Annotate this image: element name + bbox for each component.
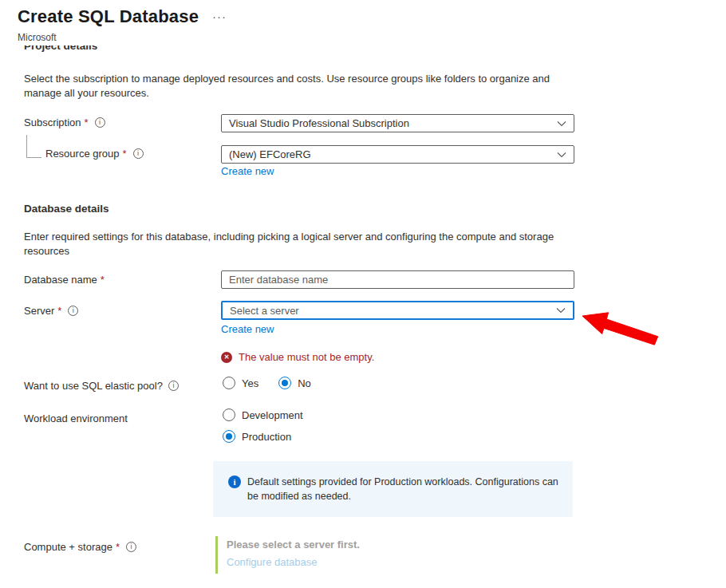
info-icon[interactable]: i bbox=[168, 381, 179, 391]
info-icon[interactable]: i bbox=[68, 306, 78, 316]
server-label-row: Server * i bbox=[24, 305, 78, 317]
radio-production-label[interactable]: Production bbox=[242, 431, 291, 443]
publisher-label: Microsoft bbox=[18, 32, 57, 43]
workload-environment-label-row: Workload environment bbox=[24, 412, 128, 424]
info-icon[interactable]: i bbox=[126, 542, 136, 552]
subscription-label-row: Subscription * i bbox=[24, 116, 105, 128]
production-info-box: i Default settings provided for Producti… bbox=[213, 461, 573, 517]
radio-development-label[interactable]: Development bbox=[242, 409, 303, 421]
required-asterisk: * bbox=[101, 274, 105, 286]
database-details-heading: Database details bbox=[24, 203, 109, 215]
configure-database-link[interactable]: Configure database bbox=[227, 556, 317, 568]
resource-group-value: (New) EFCoreRG bbox=[229, 148, 311, 160]
radio-no-label[interactable]: No bbox=[298, 377, 311, 389]
server-validation-error: ✕ The value must not be empty. bbox=[221, 351, 374, 363]
radio-production[interactable] bbox=[223, 430, 235, 443]
red-pointer-arrow bbox=[580, 306, 661, 346]
radio-yes[interactable] bbox=[223, 377, 235, 389]
radio-no[interactable] bbox=[278, 377, 291, 389]
workload-radio-production: Production bbox=[223, 430, 291, 443]
error-icon: ✕ bbox=[221, 352, 232, 363]
subscription-value: Visual Studio Professional Subscription bbox=[229, 117, 409, 129]
info-icon[interactable]: i bbox=[95, 117, 105, 128]
subscription-label: Subscription bbox=[24, 116, 81, 128]
resource-group-create-new-link[interactable]: Create new bbox=[221, 165, 274, 177]
chevron-down-icon bbox=[556, 307, 566, 314]
chevron-down-icon bbox=[557, 120, 566, 127]
info-filled-icon: i bbox=[228, 476, 241, 488]
required-asterisk: * bbox=[123, 148, 127, 160]
child-field-connector bbox=[26, 135, 41, 158]
compute-storage-label-row: Compute + storage * i bbox=[24, 541, 136, 553]
info-icon[interactable]: i bbox=[133, 148, 144, 159]
info-box-text: Default settings provided for Production… bbox=[247, 475, 560, 503]
radio-development[interactable] bbox=[223, 408, 235, 421]
required-asterisk: * bbox=[85, 116, 89, 128]
database-details-description: Enter required settings for this databas… bbox=[24, 230, 560, 258]
project-details-heading: Project details bbox=[24, 45, 97, 52]
resource-group-label-row: Resource group * i bbox=[45, 148, 144, 160]
server-label: Server bbox=[24, 305, 54, 317]
required-asterisk: * bbox=[57, 305, 61, 317]
elastic-pool-radio-group: Yes No bbox=[223, 377, 311, 389]
compute-storage-label: Compute + storage bbox=[24, 541, 112, 553]
radio-yes-label[interactable]: Yes bbox=[242, 377, 258, 389]
workload-environment-label: Workload environment bbox=[24, 412, 128, 424]
resource-group-dropdown[interactable]: (New) EFCoreRG bbox=[221, 145, 574, 164]
required-asterisk: * bbox=[116, 541, 120, 553]
project-details-description: Select the subscription to manage deploy… bbox=[24, 72, 552, 101]
server-dropdown[interactable]: Select a server bbox=[221, 301, 574, 320]
form-content: Project details Select the subscription … bbox=[0, 45, 726, 588]
more-options-icon[interactable]: ··· bbox=[212, 10, 227, 23]
database-name-label-row: Database name * bbox=[24, 274, 105, 286]
resource-group-label: Resource group bbox=[45, 148, 120, 160]
server-create-new-link[interactable]: Create new bbox=[221, 323, 274, 335]
compute-storage-message: Please select a server first. bbox=[227, 539, 566, 551]
page-title: Create SQL Database bbox=[18, 6, 199, 27]
create-sql-database-page: Create SQL Database ··· Microsoft Projec… bbox=[0, 0, 726, 588]
subscription-dropdown[interactable]: Visual Studio Professional Subscription bbox=[221, 114, 574, 132]
elastic-pool-label-row: Want to use SQL elastic pool? i bbox=[24, 380, 179, 392]
elastic-pool-label: Want to use SQL elastic pool? bbox=[24, 380, 163, 392]
database-name-label: Database name bbox=[24, 274, 97, 286]
chevron-down-icon bbox=[557, 152, 566, 158]
server-value: Select a server bbox=[230, 305, 299, 317]
compute-storage-block: Please select a server first. Configure … bbox=[215, 536, 566, 574]
error-text: The value must not be empty. bbox=[239, 351, 374, 363]
database-name-input[interactable] bbox=[221, 270, 574, 289]
workload-radio-development: Development bbox=[223, 408, 303, 421]
